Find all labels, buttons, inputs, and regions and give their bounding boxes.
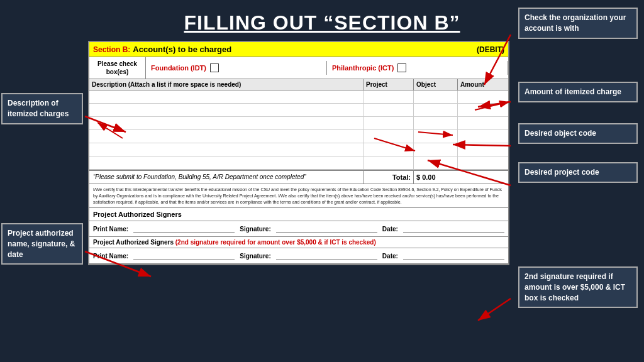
second-sig-header: Project Authorized Signers (2nd signatur… xyxy=(89,237,508,248)
second-sig-header-label: Project Authorized Signers xyxy=(93,239,174,246)
total-note: “Please submit to Foundation, Building 5… xyxy=(89,171,364,184)
signature-label-2: Signature: xyxy=(240,253,270,260)
table-row xyxy=(89,104,508,117)
auth-signers-header: Project Authorized Signers xyxy=(89,208,508,221)
signer-row-2: Print Name: Signature: Date: xyxy=(89,248,508,264)
checkbox-row: Please check box(es) Foundation (IDT) Ph… xyxy=(89,57,508,79)
total-row: “Please submit to Foundation, Building 5… xyxy=(89,170,508,184)
object-cell xyxy=(414,104,458,116)
section-b-header: Section B: Account(s) to be charged (DEB… xyxy=(89,42,508,57)
date-field-2[interactable] xyxy=(403,251,504,260)
date-field-1[interactable] xyxy=(403,224,504,233)
amount-cell xyxy=(458,117,508,129)
second-sig-note: (2nd signature required for amount over … xyxy=(175,239,376,246)
table-row xyxy=(89,130,508,143)
annotation-amount: Amount of itemized charge xyxy=(518,82,638,102)
data-rows xyxy=(89,90,508,170)
desc-cell xyxy=(89,90,364,103)
project-cell xyxy=(364,117,414,129)
foundation-checkbox[interactable] xyxy=(210,63,219,72)
object-cell xyxy=(414,130,458,143)
print-name-label-1: Print Name: xyxy=(93,226,128,233)
section-title: Account(s) to be charged xyxy=(133,45,477,54)
table-row xyxy=(89,156,508,170)
total-word: Total: xyxy=(364,171,414,184)
section-label: Section B: xyxy=(93,45,130,54)
date-label-2: Date: xyxy=(382,253,398,260)
table-row xyxy=(89,117,508,130)
signer-row-1: Print Name: Signature: Date: xyxy=(89,221,508,237)
object-cell xyxy=(414,117,458,129)
amount-cell xyxy=(458,104,508,116)
table-row xyxy=(89,90,508,104)
object-cell xyxy=(414,90,458,103)
foundation-label: Foundation (IDT) xyxy=(151,64,206,72)
svg-line-7 xyxy=(478,299,511,321)
amount-cell xyxy=(458,143,508,156)
amount-cell xyxy=(458,130,508,143)
signature-field-1[interactable] xyxy=(276,224,377,233)
date-label-1: Date: xyxy=(382,226,398,233)
desc-cell xyxy=(89,130,364,143)
description-col-header: Description (Attach a list if more space… xyxy=(89,79,364,90)
project-cell xyxy=(364,143,414,156)
section-b-form: Section B: Account(s) to be charged (DEB… xyxy=(88,41,509,265)
table-row xyxy=(89,143,508,156)
signature-field-2[interactable] xyxy=(276,251,377,260)
amount-cell xyxy=(458,156,508,169)
table-header: Description (Attach a list if more space… xyxy=(89,79,508,90)
object-col-header: Object xyxy=(414,79,458,90)
project-cell xyxy=(364,104,414,116)
project-cell xyxy=(364,130,414,143)
philanthropic-checkbox[interactable] xyxy=(397,63,406,72)
project-col-header: Project xyxy=(364,79,414,90)
cert-text: I/We certify that this interdepartmental… xyxy=(89,184,508,208)
annotation-project-auth: Project authorized name, signature, & da… xyxy=(1,223,83,265)
project-cell xyxy=(364,156,414,169)
annotation-project-code: Desired project code xyxy=(518,162,638,183)
foundation-cell: Foundation (IDT) xyxy=(146,61,327,75)
desc-cell xyxy=(89,117,364,129)
debit-label: (DEBIT) xyxy=(477,45,504,54)
signature-label-1: Signature: xyxy=(240,226,270,233)
amount-col-header: Amount xyxy=(458,79,508,90)
project-cell xyxy=(364,90,414,103)
desc-cell xyxy=(89,156,364,169)
print-name-field-2[interactable] xyxy=(133,251,235,260)
desc-cell xyxy=(89,104,364,116)
amount-cell xyxy=(458,90,508,103)
desc-cell xyxy=(89,143,364,156)
please-check-label: Please check box(es) xyxy=(89,57,146,79)
annotation-top-right: Check the organization your account is w… xyxy=(518,8,638,39)
total-amount: $ 0.00 xyxy=(414,171,508,184)
annotation-description: Description of itemized charges xyxy=(1,93,83,124)
annotation-object-code: Desired object code xyxy=(518,123,638,144)
philanthropic-label: Philanthropic (ICT) xyxy=(332,64,394,72)
object-cell xyxy=(414,156,458,169)
annotation-second-sig: 2nd signature required if amount is over… xyxy=(518,266,638,308)
print-name-field-1[interactable] xyxy=(133,224,235,233)
object-cell xyxy=(414,143,458,156)
philanthropic-cell: Philanthropic (ICT) xyxy=(327,61,508,75)
print-name-label-2: Print Name: xyxy=(93,253,128,260)
